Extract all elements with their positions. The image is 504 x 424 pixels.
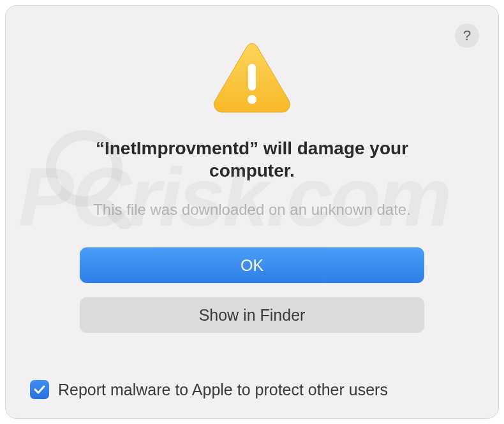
svg-point-1 xyxy=(248,95,256,104)
report-malware-row: Report malware to Apple to protect other… xyxy=(30,380,388,399)
alert-dialog: ? “InetImprovmentd” will damage your com… xyxy=(5,5,499,419)
report-malware-checkbox[interactable] xyxy=(30,380,49,399)
warning-icon xyxy=(211,36,293,118)
ok-button[interactable]: OK xyxy=(80,247,424,283)
dialog-subtitle: This file was downloaded on an unknown d… xyxy=(93,200,411,219)
dialog-title: “InetImprovmentd” will damage your compu… xyxy=(67,137,437,182)
help-button[interactable]: ? xyxy=(455,24,479,48)
help-icon: ? xyxy=(463,27,471,44)
button-group: OK Show in Finder xyxy=(80,247,424,333)
report-malware-label: Report malware to Apple to protect other… xyxy=(58,381,388,399)
svg-rect-0 xyxy=(248,64,256,91)
show-in-finder-button[interactable]: Show in Finder xyxy=(80,297,424,333)
checkmark-icon xyxy=(33,383,46,396)
